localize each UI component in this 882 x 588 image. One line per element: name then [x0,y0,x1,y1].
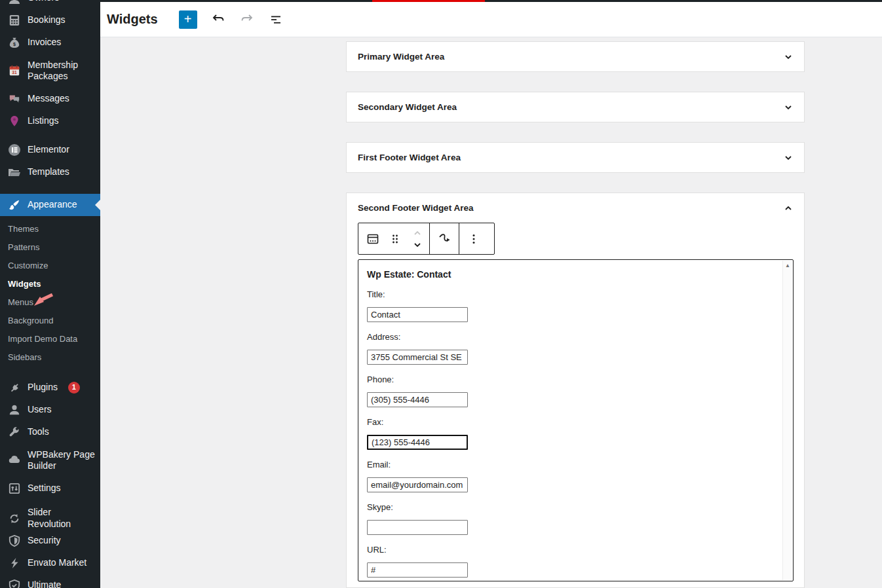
block-toolbar-group-main [358,223,430,254]
widget-areas-list: Primary Widget Area Secondary Widget Are… [100,37,882,588]
sidebar-item-tools[interactable]: Tools [0,421,100,443]
scroll-up-arrow-icon[interactable]: ▲ [783,263,792,268]
field-label: Email: [367,460,773,469]
field-fax: Fax: [367,417,773,450]
plugins-icon [8,381,21,394]
title-input[interactable] [367,307,468,322]
submenu-item-patterns[interactable]: Patterns [0,238,100,256]
sidebar-item-envato-market[interactable]: Envato Market [0,552,100,574]
submenu-item-customize[interactable]: Customize [0,256,100,274]
fax-input[interactable] [367,435,468,450]
options-kebab-icon[interactable] [465,226,483,252]
elementor-icon [8,143,21,156]
sidebar-item-listings[interactable]: Listings [0,110,100,132]
sidebar-item-invoices[interactable]: $ Invoices [0,31,100,54]
envato-icon [8,557,21,570]
block-toolbar [358,223,495,255]
skype-input[interactable] [367,520,468,535]
sidebar-item-templates[interactable]: Templates [0,161,100,183]
owners-icon [8,0,21,5]
wpbakery-icon [8,454,21,467]
move-up-icon[interactable] [408,227,427,239]
field-label: Title: [367,289,773,299]
field-label: Fax: [367,417,773,427]
widget-area-card-primary: Primary Widget Area [346,41,805,72]
widget-area-card-first-footer: First Footer Widget Area [346,142,805,173]
field-title: Title: [367,289,773,322]
sidebar-item-users[interactable]: Users [0,399,100,421]
field-label: URL: [367,545,773,555]
legacy-widget-icon[interactable] [364,226,382,252]
sidebar-item-settings[interactable]: Settings [0,477,100,500]
ultimate-shield-icon [8,579,21,588]
field-phone: Phone: [367,375,773,407]
sidebar-item-label: Elementor [28,144,69,156]
undo-button[interactable] [210,12,226,28]
email-input[interactable] [367,477,468,492]
security-shield-icon [8,534,21,547]
address-input[interactable] [367,350,468,365]
sidebar-item-label: Appearance [28,199,77,211]
sidebar-item-label: Slider Revolution [28,507,96,530]
drag-handle-icon[interactable] [386,226,404,252]
sidebar-item-appearance[interactable]: Appearance [0,194,100,216]
sidebar-item-label: Templates [28,166,69,178]
field-label: Address: [367,332,773,342]
chevron-down-icon [780,100,796,115]
widget-area-header[interactable]: First Footer Widget Area [347,143,804,172]
legacy-widget-form: Wp Estate: Contact Title: Address: Phone… [358,259,794,581]
move-to-widget-area-icon[interactable] [435,226,453,252]
block-toolbar-group-move [430,223,459,254]
sidebar-item-security[interactable]: Security [0,530,100,552]
sidebar-item-label: Ultimate [28,579,61,588]
url-input[interactable] [367,562,468,578]
chevron-down-icon [780,150,796,166]
widget-area-header[interactable]: Primary Widget Area [347,42,804,71]
chevron-up-icon [780,200,796,216]
sidebar-item-membership-packages[interactable]: 31 Membership Packages [0,54,100,88]
page-title: Widgets [107,12,158,27]
sidebar-item-bookings[interactable]: Bookings [0,9,100,31]
add-block-button[interactable]: + [179,10,197,29]
sidebar-item-owners[interactable]: Owners [0,0,100,9]
sidebar-item-label: Envato Market [28,557,86,569]
redo-button[interactable] [239,12,255,28]
submenu-item-themes[interactable]: Themes [0,219,100,238]
sidebar-item-label: Listings [28,115,58,127]
widget-area-title: First Footer Widget Area [358,153,461,162]
phone-input[interactable] [367,392,468,407]
submenu-item-background[interactable]: Background [0,311,100,329]
sidebar-item-messages[interactable]: Messages [0,88,100,110]
settings-sliders-icon [8,482,21,495]
field-address: Address: [367,332,773,365]
submenu-item-import-demo-data[interactable]: Import Demo Data [0,329,100,348]
submenu-item-sidebars[interactable]: Sidebars [0,348,100,366]
block-mover [408,227,424,251]
svg-text:31: 31 [12,70,17,75]
sidebar-item-ultimate[interactable]: Ultimate [0,574,100,588]
list-view-button[interactable] [268,12,284,28]
sidebar-item-wpbakery[interactable]: WPBakery Page Builder [0,443,100,477]
sidebar-item-label: Messages [28,93,69,105]
sidebar-item-plugins[interactable]: Plugins 1 [0,377,100,399]
sidebar-item-elementor[interactable]: Elementor [0,139,100,161]
sidebar-item-slider-revolution[interactable]: Slider Revolution [0,507,100,530]
widget-form-heading: Wp Estate: Contact [367,269,773,280]
form-scrollbar[interactable]: ▲ [782,261,792,580]
widget-area-header[interactable]: Secondary Widget Area [347,92,804,122]
sidebar-item-label: WPBakery Page Builder [28,449,96,472]
widget-area-card-secondary: Secondary Widget Area [346,92,805,122]
sidebar-item-label: Security [28,535,61,547]
red-indicator-line [372,0,485,2]
widget-area-header[interactable]: Second Footer Widget Area [347,193,804,223]
move-down-icon[interactable] [408,239,427,251]
appearance-brush-icon [8,198,21,211]
admin-sidebar: Owners Bookings $ Invoices 31 Membership… [0,0,100,588]
field-url: URL: [367,545,773,578]
submenu-item-menus[interactable]: Menus [0,293,100,311]
sidebar-item-label: Membership Packages [28,60,96,83]
submenu-item-widgets[interactable]: Widgets [0,274,100,293]
svg-text:$: $ [13,41,16,47]
widget-area-title: Primary Widget Area [358,52,444,62]
sidebar-item-label: Tools [28,426,49,438]
